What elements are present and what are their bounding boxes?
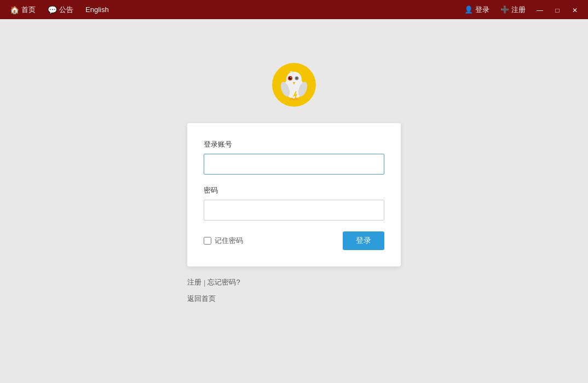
home-icon: 🏠 — [10, 5, 19, 14]
logo-bird-svg — [278, 68, 310, 101]
announcement-icon: 💬 — [48, 5, 57, 14]
titlebar-left: 🏠 首页 💬 公告 English — [5, 3, 460, 17]
minimize-button[interactable] — [532, 2, 547, 18]
username-label: 登录账号 — [204, 140, 384, 149]
close-button[interactable] — [567, 2, 583, 18]
minimize-icon — [537, 5, 543, 14]
titlebar-right: 👤 登录 ➕ 注册 — [460, 2, 583, 18]
close-icon — [572, 5, 578, 14]
maximize-button[interactable] — [550, 2, 565, 18]
titlebar: 🏠 首页 💬 公告 English 👤 登录 ➕ 注册 — [0, 0, 588, 19]
link-separator: | — [204, 278, 205, 287]
links-section: 注册 | 忘记密码? 返回首页 — [187, 277, 401, 304]
remember-text: 记住密码 — [215, 236, 243, 246]
svg-point-8 — [296, 77, 298, 79]
password-group: 密码 — [204, 185, 384, 220]
register-link[interactable]: 注册 — [187, 277, 201, 287]
svg-point-6 — [290, 77, 291, 78]
back-home-link[interactable]: 返回首页 — [187, 294, 216, 304]
form-footer: 记住密码 登录 — [204, 231, 384, 250]
register-action[interactable]: ➕ 注册 — [496, 3, 530, 17]
nav-language[interactable]: English — [81, 3, 113, 16]
login-card: 登录账号 密码 记住密码 登录 — [187, 123, 401, 266]
password-input[interactable] — [204, 200, 384, 220]
logo-container — [272, 63, 316, 107]
remember-me-label[interactable]: 记住密码 — [204, 236, 243, 246]
forgot-password-link[interactable]: 忘记密码? — [207, 277, 240, 287]
login-label: 登录 — [475, 5, 489, 15]
register-label: 注册 — [511, 5, 526, 15]
main-content: 登录账号 密码 记住密码 登录 注册 | 忘记密码? 返回首页 — [0, 19, 588, 383]
register-icon: ➕ — [500, 5, 509, 14]
remember-checkbox[interactable] — [204, 237, 211, 245]
login-action[interactable]: 👤 登录 — [460, 3, 494, 17]
login-button[interactable]: 登录 — [343, 231, 384, 250]
login-icon: 👤 — [464, 5, 473, 14]
password-label: 密码 — [204, 185, 384, 195]
home-label: 首页 — [21, 5, 36, 15]
language-label: English — [85, 5, 109, 14]
nav-announcement[interactable]: 💬 公告 — [43, 3, 78, 17]
register-forgot-row: 注册 | 忘记密码? — [187, 277, 240, 287]
announcement-label: 公告 — [59, 5, 73, 15]
maximize-icon — [555, 5, 559, 14]
nav-home[interactable]: 🏠 首页 — [5, 3, 40, 17]
username-group: 登录账号 — [204, 140, 384, 175]
username-input[interactable] — [204, 154, 384, 175]
